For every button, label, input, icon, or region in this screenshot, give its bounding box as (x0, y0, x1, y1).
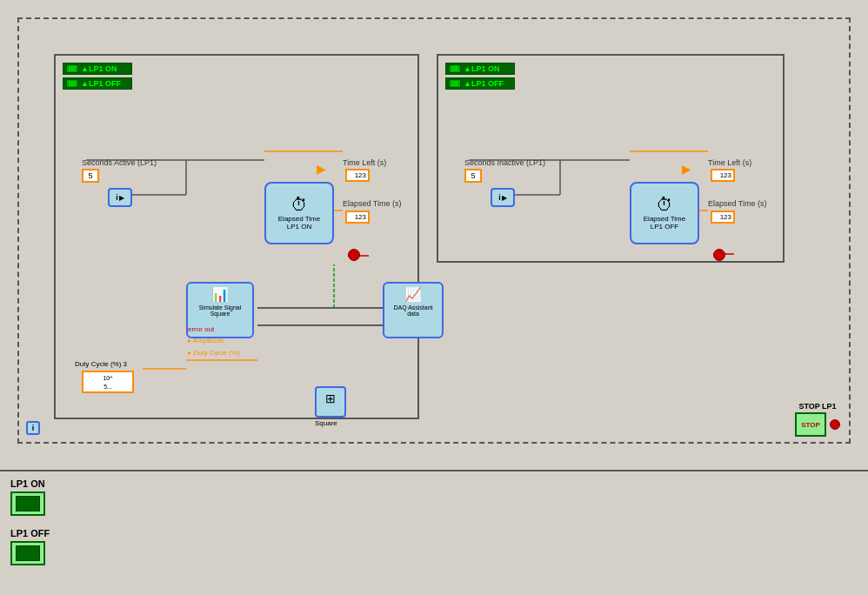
square-text-label: Square (315, 419, 337, 427)
bottom-lp1-on-section: LP1 ON (10, 478, 858, 516)
lp1-on-icon (66, 64, 78, 73)
time-left-label-right: Time Left (s) (708, 158, 751, 167)
bottom-panel: LP1 ON LP1 OFF (0, 470, 868, 595)
elapsed-time-block-left: ⏱ Elapsed TimeLP1 ON (264, 182, 334, 244)
lp1-off-switch[interactable] (10, 541, 45, 565)
elapsed-time-display-right: 123 (711, 211, 735, 224)
seconds-inactive-value[interactable]: 5 (464, 169, 482, 183)
iter-icon-right: i ▶ (491, 188, 515, 207)
daq-assistant-block: 📈 DAQ Assistantdata (383, 282, 444, 338)
elapsed-num-left: 123 (345, 211, 370, 224)
time-left-display-right: 123 (711, 169, 735, 182)
small-square-block: ⊞ (315, 386, 346, 418)
stop-terminal-right (713, 249, 725, 261)
seconds-active-value[interactable]: 5 (82, 169, 99, 183)
lp1-on-switch[interactable] (10, 491, 45, 516)
stop-terminal-left (348, 249, 360, 261)
time-left-num-right: 123 (711, 169, 735, 182)
elapsed-time-label-left: Elapsed Time (s) (343, 199, 402, 208)
error-out-label: error out (188, 325, 214, 333)
time-left-label-left: Time Left (s) (343, 158, 386, 167)
elapsed-num-right: 123 (711, 211, 735, 224)
duty-cycle-label: ▸ Duty Cycle (%) (188, 349, 240, 357)
clock-icon-left: ⏱ (290, 196, 308, 213)
iter-icon-left: i ▶ (108, 188, 132, 207)
left-lp1-off-label: ▲LP1 OFF (81, 79, 121, 88)
left-lp1-off-button[interactable]: ▲LP1 OFF (63, 77, 132, 90)
square-icon: ⊞ (317, 391, 344, 405)
simulate-label: Simulate SignalSquare (190, 304, 250, 317)
i-counter-right: i ▶ (491, 188, 515, 207)
stop-lp1-area: STOP LP1 STOP (795, 402, 840, 437)
duty-cycle-3-label: Duty Cycle (%) 3 (75, 360, 127, 368)
simulate-signal-inner: 📊 Simulate SignalSquare (188, 284, 252, 319)
stop-button[interactable]: STOP (795, 412, 826, 437)
time-left-display-left: 123 (345, 169, 370, 182)
elapsed-time-label-right: Elapsed Time (s) (708, 199, 767, 208)
left-panel: ▲LP1 ON ▲LP1 OFF Seconds Active (LP1) 5 … (54, 54, 419, 419)
i-counter-left: i ▶ (108, 188, 132, 207)
daq-inner: 📈 DAQ Assistantdata (384, 284, 442, 319)
lp1-off-icon (66, 79, 78, 88)
right-lp1-on-icon (449, 64, 461, 73)
lp1-off-switch-inner (16, 545, 40, 561)
simulate-icon: 📊 (190, 286, 250, 303)
left-lp1-on-label: ▲LP1 ON (81, 64, 117, 73)
right-panel-buttons: ▲LP1 ON ▲LP1 OFF (445, 63, 515, 92)
elapsed-inner-right: ⏱ Elapsed TimeLP1 OFF (635, 187, 694, 239)
left-panel-buttons: ▲LP1 ON ▲LP1 OFF (63, 63, 132, 92)
bottom-lp1-on-label: LP1 ON (10, 478, 858, 489)
bottom-lp1-off-section: LP1 OFF (10, 528, 858, 565)
outer-frame: ▲LP1 ON ▲LP1 OFF Seconds Active (LP1) 5 … (17, 17, 851, 444)
right-lp1-on-button[interactable]: ▲LP1 ON (445, 63, 515, 75)
right-lp1-off-button[interactable]: ▲LP1 OFF (445, 77, 515, 90)
elapsed-inner-left: ⏱ Elapsed TimeLP1 ON (270, 187, 329, 239)
right-lp1-off-label: ▲LP1 OFF (464, 79, 504, 88)
stop-lp1-label: STOP LP1 (795, 402, 840, 411)
elapsed-time-block-right: ⏱ Elapsed TimeLP1 OFF (630, 182, 699, 244)
right-lp1-off-icon (449, 79, 461, 88)
elapsed-block-label-left: Elapsed TimeLP1 ON (278, 215, 320, 231)
bottom-lp1-off-label: LP1 OFF (10, 528, 858, 538)
elapsed-time-display-left: 123 (345, 211, 370, 224)
duty-cycle-box[interactable]: 10^ 5... (82, 371, 134, 393)
daq-icon: 📈 (387, 286, 439, 303)
square-label: ⊞ (317, 388, 344, 405)
right-panel: ▲LP1 ON ▲LP1 OFF Seconds Inactive (LP1) … (437, 54, 785, 263)
seconds-inactive-label: Seconds Inactive (LP1) (464, 158, 545, 167)
iteration-indicator: i (26, 421, 40, 435)
daq-label: DAQ Assistantdata (387, 304, 439, 317)
arrow-indicator-left: ▶ (317, 162, 326, 176)
elapsed-block-label-right: Elapsed TimeLP1 OFF (644, 215, 685, 231)
right-lp1-on-label: ▲LP1 ON (464, 64, 499, 73)
arrow-indicator-right: ▶ (682, 162, 691, 176)
stop-red-circle (830, 419, 840, 430)
left-lp1-on-button[interactable]: ▲LP1 ON (63, 63, 132, 75)
seconds-active-label: Seconds Active (LP1) (82, 158, 157, 167)
clock-icon-right: ⏱ (656, 196, 673, 213)
lp1-on-switch-inner (16, 496, 40, 511)
amplitude-label: ▸ Amplitude (188, 337, 224, 344)
stop-row: STOP (795, 412, 840, 437)
time-left-num-left: 123 (345, 169, 370, 182)
iter-bottom-icon: i (26, 421, 40, 435)
main-canvas: ▲LP1 ON ▲LP1 OFF Seconds Active (LP1) 5 … (0, 0, 868, 470)
